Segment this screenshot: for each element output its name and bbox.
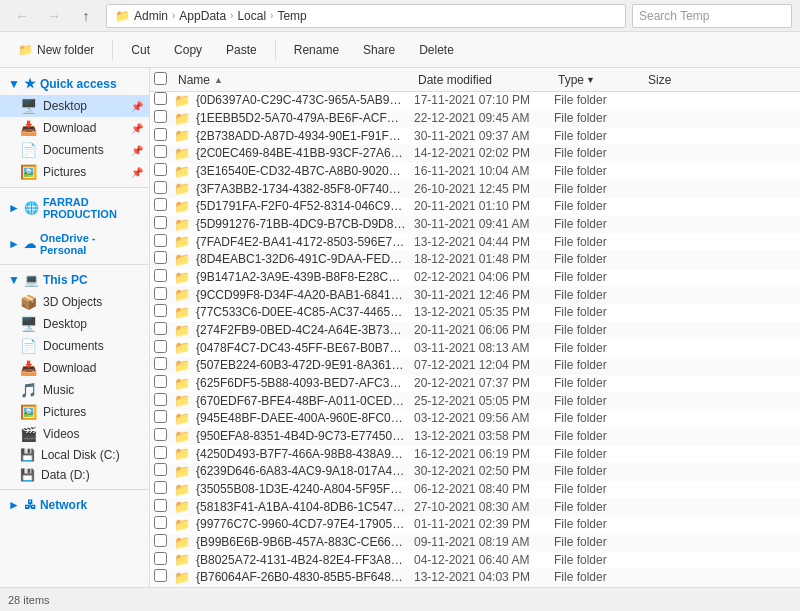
check-all[interactable] xyxy=(154,72,174,88)
breadcrumb-local[interactable]: Local xyxy=(237,9,266,23)
row-check[interactable] xyxy=(154,428,174,444)
row-check[interactable] xyxy=(154,128,174,144)
table-row[interactable]: 📁 {0478F4C7-DC43-45FF-BE67-B0B735D... 03… xyxy=(150,339,800,357)
row-checkbox[interactable] xyxy=(154,552,167,565)
new-folder-button[interactable]: 📁 New folder xyxy=(8,36,104,64)
breadcrumb-admin[interactable]: Admin xyxy=(134,9,168,23)
cut-button[interactable]: Cut xyxy=(121,36,160,64)
row-check[interactable] xyxy=(154,145,174,161)
col-type-header[interactable]: Type ▼ xyxy=(554,73,644,87)
row-checkbox[interactable] xyxy=(154,269,167,282)
thispc-header[interactable]: ▼ 💻 This PC xyxy=(0,269,149,291)
row-check[interactable] xyxy=(154,216,174,232)
table-row[interactable]: 📁 {950EFA8-8351-4B4D-9C73-E77450D3... 13… xyxy=(150,428,800,446)
table-row[interactable]: 📁 {B76064AF-26B0-4830-85B5-BF648A61... 1… xyxy=(150,569,800,587)
col-date-header[interactable]: Date modified xyxy=(414,73,554,87)
row-check[interactable] xyxy=(154,198,174,214)
table-row[interactable]: 📁 {99776C7C-9960-4CD7-97E4-17905AA... 01… xyxy=(150,516,800,534)
breadcrumb-appdata[interactable]: AppData xyxy=(179,9,226,23)
table-row[interactable]: 📁 {5D991276-71BB-4DC9-B7CB-D9D8BD... 30-… xyxy=(150,216,800,234)
table-row[interactable]: 📁 {4250D493-B7F7-466A-98B8-438A9C4... 16… xyxy=(150,445,800,463)
row-checkbox[interactable] xyxy=(154,410,167,423)
row-check[interactable] xyxy=(154,322,174,338)
breadcrumb-temp[interactable]: Temp xyxy=(277,9,306,23)
row-check[interactable] xyxy=(154,287,174,303)
row-check[interactable] xyxy=(154,499,174,515)
sidebar-item-videos[interactable]: 🎬 Videos xyxy=(0,423,149,445)
table-row[interactable]: 📁 {35055B08-1D3E-4240-A804-5F95F73E... 0… xyxy=(150,481,800,499)
table-row[interactable]: 📁 {5D1791FA-F2F0-4F52-8314-046C9C8D... 2… xyxy=(150,198,800,216)
row-check[interactable] xyxy=(154,534,174,550)
sidebar-item-download-qa[interactable]: 📥 Download 📌 xyxy=(0,117,149,139)
row-checkbox[interactable] xyxy=(154,481,167,494)
forward-button[interactable]: → xyxy=(40,2,68,30)
table-row[interactable]: 📁 {1EEBB5D2-5A70-479A-BE6F-ACFC06F... 22… xyxy=(150,110,800,128)
row-checkbox[interactable] xyxy=(154,128,167,141)
row-checkbox[interactable] xyxy=(154,145,167,158)
row-check[interactable] xyxy=(154,304,174,320)
sidebar-item-documents-qa[interactable]: 📄 Documents 📌 xyxy=(0,139,149,161)
row-check[interactable] xyxy=(154,340,174,356)
rename-button[interactable]: Rename xyxy=(284,36,349,64)
table-row[interactable]: 📁 {8D4EABC1-32D6-491C-9DAA-FED6C6... 18-… xyxy=(150,251,800,269)
row-checkbox[interactable] xyxy=(154,216,167,229)
copy-button[interactable]: Copy xyxy=(164,36,212,64)
table-row[interactable]: 📁 {77C533C6-D0EE-4C85-AC37-4465B1B... 13… xyxy=(150,304,800,322)
row-checkbox[interactable] xyxy=(154,322,167,335)
delete-button[interactable]: Delete xyxy=(409,36,464,64)
row-check[interactable] xyxy=(154,110,174,126)
row-checkbox[interactable] xyxy=(154,446,167,459)
row-check[interactable] xyxy=(154,463,174,479)
row-check[interactable] xyxy=(154,393,174,409)
sidebar-item-pictures-pc[interactable]: 🖼️ Pictures xyxy=(0,401,149,423)
row-checkbox[interactable] xyxy=(154,428,167,441)
row-checkbox[interactable] xyxy=(154,569,167,582)
row-checkbox[interactable] xyxy=(154,375,167,388)
onedrive-header[interactable]: ► ☁ OneDrive - Personal xyxy=(0,228,149,260)
check-all-input[interactable] xyxy=(154,72,167,85)
row-checkbox[interactable] xyxy=(154,357,167,370)
table-row[interactable]: 📁 {2C0EC469-84BE-41BB-93CF-27A6F4E... 14… xyxy=(150,145,800,163)
table-row[interactable]: 📁 {625F6DF5-5B88-4093-BED7-AFC387F9... 2… xyxy=(150,375,800,393)
row-check[interactable] xyxy=(154,234,174,250)
row-checkbox[interactable] xyxy=(154,534,167,547)
row-check[interactable] xyxy=(154,481,174,497)
row-check[interactable] xyxy=(154,163,174,179)
row-checkbox[interactable] xyxy=(154,92,167,105)
sidebar-item-desktop-pc[interactable]: 🖥️ Desktop xyxy=(0,313,149,335)
table-row[interactable]: 📁 {9B1471A2-3A9E-439B-B8F8-E28CBA4... 02… xyxy=(150,269,800,287)
row-check[interactable] xyxy=(154,251,174,267)
col-name-header[interactable]: Name ▲ xyxy=(174,73,414,87)
sidebar-item-desktop-qa[interactable]: 🖥️ Desktop 📌 xyxy=(0,95,149,117)
sidebar-item-3d-objects[interactable]: 📦 3D Objects xyxy=(0,291,149,313)
row-check[interactable] xyxy=(154,410,174,426)
row-checkbox[interactable] xyxy=(154,340,167,353)
col-size-header[interactable]: Size xyxy=(644,73,796,87)
row-check[interactable] xyxy=(154,569,174,585)
row-check[interactable] xyxy=(154,92,174,108)
row-checkbox[interactable] xyxy=(154,287,167,300)
table-row[interactable]: 📁 {274F2FB9-0BED-4C24-A64E-3B7356B5... 2… xyxy=(150,322,800,340)
paste-button[interactable]: Paste xyxy=(216,36,267,64)
share-button[interactable]: Share xyxy=(353,36,405,64)
table-row[interactable]: 📁 {3E16540E-CD32-4B7C-A8B0-9020F65... 16… xyxy=(150,163,800,181)
table-row[interactable]: 📁 {7FADF4E2-BA41-4172-8503-596E7978... 1… xyxy=(150,233,800,251)
sidebar-item-documents-pc[interactable]: 📄 Documents xyxy=(0,335,149,357)
row-check[interactable] xyxy=(154,181,174,197)
table-row[interactable]: 📁 {B8025A72-4131-4B24-82E4-FF3A8E14... 0… xyxy=(150,551,800,569)
row-checkbox[interactable] xyxy=(154,163,167,176)
row-check[interactable] xyxy=(154,375,174,391)
col-type-dropdown[interactable]: ▼ xyxy=(586,75,595,85)
row-check[interactable] xyxy=(154,516,174,532)
row-check[interactable] xyxy=(154,446,174,462)
table-row[interactable]: 📁 {0D6397A0-C29C-473C-965A-5AB92FF... 17… xyxy=(150,92,800,110)
row-checkbox[interactable] xyxy=(154,234,167,247)
table-row[interactable]: 📁 {945E48BF-DAEE-400A-960E-8FC0C5F... 03… xyxy=(150,410,800,428)
row-checkbox[interactable] xyxy=(154,181,167,194)
row-checkbox[interactable] xyxy=(154,251,167,264)
search-bar[interactable]: Search Temp xyxy=(632,4,792,28)
sidebar-item-download-pc[interactable]: 📥 Download xyxy=(0,357,149,379)
row-checkbox[interactable] xyxy=(154,516,167,529)
row-checkbox[interactable] xyxy=(154,198,167,211)
up-button[interactable]: ↑ xyxy=(72,2,100,30)
